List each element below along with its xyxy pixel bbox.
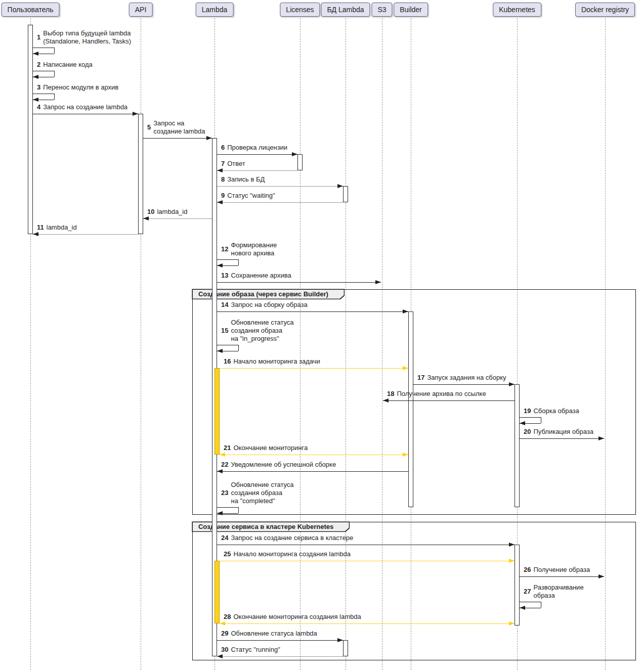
- self-message-loop: [33, 48, 54, 48]
- message-text: Разворачиваниеобраза: [533, 584, 583, 600]
- self-message-loop: [238, 507, 239, 513]
- fragment-label-text: Создание образа (через сервис Builder): [198, 290, 328, 298]
- message-text-line: (Standalone, Handlers, Tasks): [43, 37, 131, 46]
- message-text: Окончание мониторинга: [233, 444, 308, 452]
- message-arrowhead: [337, 184, 343, 188]
- message-number: 3: [37, 83, 40, 92]
- activation-bar: [408, 311, 413, 507]
- message-arrowhead: [337, 638, 343, 642]
- activation-bar: [515, 545, 520, 625]
- message-text-line: Статус "waiting": [227, 192, 275, 200]
- participant-box: Builder: [394, 3, 428, 17]
- message-label: 15Обновление статусасоздания образана "i…: [221, 319, 294, 343]
- message-text-line: Формирование: [231, 241, 277, 249]
- self-message-loop: [217, 259, 238, 260]
- participant-label: Builder: [400, 6, 422, 14]
- participant-box: Docker registry: [575, 3, 635, 17]
- message-number: 21: [224, 444, 231, 452]
- message-text-line: создания образа: [231, 327, 293, 335]
- message-number: 17: [417, 374, 424, 382]
- message-text: lambda_id: [157, 208, 187, 216]
- self-message-loop: [54, 71, 55, 77]
- message-number: 19: [524, 407, 531, 415]
- message-label: 7Ответ: [221, 160, 245, 168]
- message-arrow: [220, 455, 408, 455]
- message-label: 11lambda_id: [37, 223, 77, 232]
- message-arrowhead: [143, 216, 149, 220]
- message-label: 29Обновление статуса lambda: [221, 630, 317, 638]
- message-label: 13Сохранение архива: [221, 272, 291, 280]
- message-number: 11: [37, 223, 44, 232]
- message-arrowhead: [217, 168, 223, 172]
- message-number: 15: [221, 327, 228, 335]
- message-text-line: Сборка образа: [533, 407, 579, 415]
- message-text: Проверка лицензии: [227, 144, 287, 152]
- activation-bar: [138, 114, 143, 234]
- message-arrow: [217, 640, 343, 641]
- message-label: 16Начало мониторинга задачи: [224, 357, 320, 366]
- message-label: 1Выбор типа будущей lambda(Standalone, H…: [37, 29, 131, 46]
- message-text-line: Окончание мониторинга: [233, 444, 308, 452]
- message-arrowhead: [509, 559, 515, 563]
- message-text: Окончание мониторинга создания lambda: [233, 613, 361, 621]
- message-number: 30: [221, 646, 228, 654]
- message-arrowhead: [403, 366, 408, 370]
- message-arrowhead: [598, 436, 604, 440]
- activation-bar: [515, 384, 520, 507]
- message-arrow: [217, 186, 343, 187]
- message-arrowhead: [509, 382, 515, 386]
- message-text-line: Запись в БД: [227, 175, 265, 184]
- message-text: Начало мониторинга задачи: [233, 357, 320, 366]
- message-number: 18: [387, 390, 394, 398]
- message-text: Обновление статусасоздания образана "in_…: [231, 319, 293, 343]
- message-text: lambda_id: [47, 223, 77, 232]
- message-text-line: создание lambda: [153, 127, 205, 136]
- message-arrow: [217, 202, 343, 203]
- message-number: 23: [221, 489, 228, 497]
- participant-label: БД Lambda: [327, 6, 364, 14]
- message-arrow: [143, 218, 212, 219]
- participant-label: Licenses: [286, 6, 314, 14]
- participant-box: Lambda: [196, 3, 234, 17]
- gold-activation-bar: [215, 368, 220, 455]
- message-text-line: Проверка лицензии: [227, 144, 287, 152]
- message-text-line: создания образа: [231, 489, 293, 497]
- message-arrow: [217, 656, 343, 657]
- message-text: Написание кода: [43, 61, 93, 69]
- message-text-line: Написание кода: [43, 61, 93, 69]
- message-arrowhead: [509, 621, 515, 625]
- message-arrowhead: [217, 511, 223, 515]
- participant-label: Lambda: [202, 6, 228, 14]
- message-text-line: Статус "running": [231, 646, 280, 654]
- message-arrowhead: [206, 136, 212, 140]
- message-arrowhead: [217, 349, 223, 353]
- message-text-line: Окончание мониторинга создания lambda: [233, 613, 361, 621]
- message-arrow: [217, 311, 408, 312]
- message-arrowhead: [403, 453, 408, 457]
- message-text-line: lambda_id: [157, 208, 187, 216]
- activation-bar: [28, 25, 33, 234]
- message-number: 6: [221, 144, 225, 152]
- message-number: 26: [524, 566, 531, 574]
- message-arrow: [217, 471, 408, 472]
- message-arrow: [220, 561, 515, 561]
- message-number: 16: [224, 357, 231, 366]
- participant-label: API: [135, 6, 147, 14]
- message-number: 2: [37, 61, 40, 69]
- message-text-line: Публикация образа: [533, 428, 593, 436]
- self-message-loop: [541, 602, 541, 608]
- message-arrowhead: [520, 421, 525, 425]
- message-label: 12Формированиенового архива: [221, 241, 277, 257]
- activation-bar: [297, 154, 303, 170]
- message-label: 14Запрос на сборку образа: [221, 301, 308, 309]
- participant-label: Kubernetes: [499, 6, 535, 14]
- message-arrowhead: [33, 232, 38, 236]
- message-arrowhead: [217, 469, 223, 473]
- participant-label: Пользователь: [8, 6, 54, 14]
- message-text: Запрос насоздание lambda: [153, 119, 205, 136]
- message-text-line: на "in_progress": [231, 335, 293, 343]
- message-text-line: образа: [533, 592, 583, 600]
- message-number: 7: [221, 160, 225, 168]
- message-arrow: [383, 400, 515, 401]
- message-label: 25Начало мониторинга создания lambda: [224, 550, 351, 558]
